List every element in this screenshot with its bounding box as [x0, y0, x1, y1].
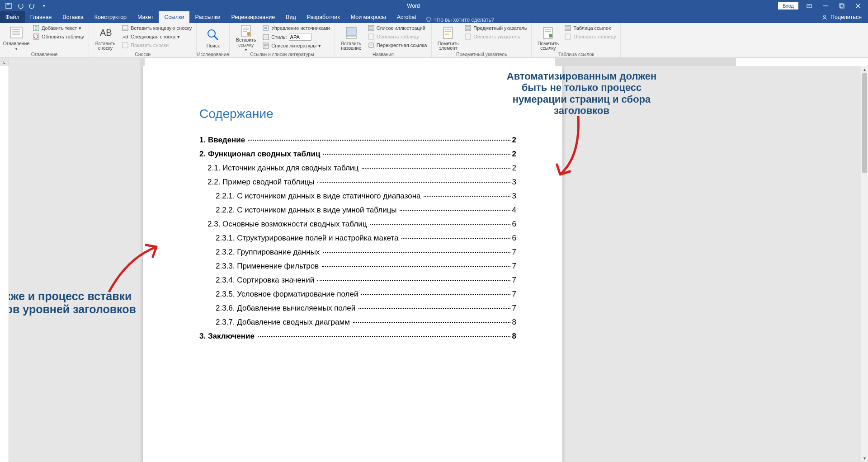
- svg-point-24: [247, 32, 250, 36]
- tab-ссылки[interactable]: Ссылки: [159, 11, 189, 23]
- table-of-figures-button[interactable]: Список иллюстраций: [367, 24, 428, 32]
- toc-entry[interactable]: 2. Функционал сводных таблиц2: [199, 150, 516, 159]
- tab-вставка[interactable]: Вставка: [57, 11, 89, 23]
- maximize-icon[interactable]: [834, 0, 850, 11]
- vertical-ruler[interactable]: [0, 66, 9, 462]
- toc-entry-text: 2.3. Основные возможности сводных таблиц: [208, 220, 369, 229]
- toc-leader-dots: [323, 252, 510, 253]
- caption-icon: [344, 26, 359, 40]
- redo-icon[interactable]: [27, 1, 37, 11]
- toc-entry-page: 7: [511, 290, 516, 299]
- svg-rect-5: [840, 5, 844, 8]
- add-text-button[interactable]: Добавить текст ▾: [32, 24, 85, 32]
- mark-index-entry-button[interactable]: Пометить элемент: [435, 24, 461, 52]
- toc-entry-text: 2. Функционал сводных таблиц: [199, 150, 322, 159]
- svg-point-37: [549, 34, 552, 38]
- toc-entry-text: 1. Введение: [199, 136, 247, 145]
- tab-мои макросы[interactable]: Мои макросы: [345, 11, 392, 23]
- toc-entry[interactable]: 1. Введение2: [199, 136, 516, 145]
- tab-макет[interactable]: Макет: [132, 11, 159, 23]
- toc-entry[interactable]: 2.3.5. Условное форматирование полей7: [199, 290, 516, 299]
- tab-конструктор[interactable]: Конструктор: [89, 11, 132, 23]
- toc-leader-dots: [322, 266, 510, 267]
- group-label-research: Исследование: [197, 52, 229, 57]
- toc-entry-page: 7: [511, 304, 516, 313]
- svg-rect-1: [7, 3, 9, 5]
- toc-entry[interactable]: 2.2.2. С источником данных в виде умной …: [199, 206, 516, 215]
- scroll-thumb[interactable]: [862, 73, 867, 173]
- citation-style-row[interactable]: Стиль:: [261, 33, 330, 41]
- smart-lookup-button[interactable]: Поиск: [200, 24, 226, 52]
- tab-главная[interactable]: Главная: [25, 11, 57, 23]
- insert-authorities-button[interactable]: Таблица ссылок: [563, 24, 617, 32]
- vertical-scrollbar[interactable]: ▲ ▼: [861, 66, 868, 462]
- tell-me-search[interactable]: Что вы хотите сделать?: [425, 17, 495, 23]
- next-footnote-button[interactable]: ABСледующая сноска ▾: [121, 33, 193, 41]
- toc-entry[interactable]: 2.3.7. Добавление сводных диаграмм8: [199, 318, 516, 327]
- svg-text:1: 1: [109, 27, 111, 31]
- show-footnotes-button: Показать сноски: [121, 41, 193, 49]
- toc-leader-dots: [400, 210, 510, 211]
- undo-icon[interactable]: [15, 1, 25, 11]
- login-button[interactable]: Вход: [778, 2, 798, 9]
- toc-entry[interactable]: 2.3.3. Применение фильтров7: [199, 262, 516, 271]
- svg-rect-39: [565, 34, 571, 39]
- toc-entry[interactable]: 2.3.6. Добавление вычисляемых полей7: [199, 304, 516, 313]
- save-icon[interactable]: [4, 1, 14, 11]
- svg-rect-25: [263, 26, 269, 30]
- bibliography-icon: [262, 42, 269, 49]
- toc-entry[interactable]: 2.3. Основные возможности сводных таблиц…: [199, 220, 516, 229]
- tab-рассылки[interactable]: Рассылки: [189, 11, 226, 23]
- qat-customize-icon[interactable]: ▾: [39, 1, 49, 11]
- document-page[interactable]: Содержание 1. Введение22. Функционал сво…: [143, 66, 562, 462]
- scroll-down-icon[interactable]: ▼: [861, 455, 868, 462]
- toc-entry-page: 3: [511, 178, 516, 187]
- toc-entry-page: 7: [511, 262, 516, 271]
- toc-entry-page: 8: [511, 318, 516, 327]
- toc-entry[interactable]: 2.2. Пример сводной таблицы3: [199, 178, 516, 187]
- update-toc-button[interactable]: Обновить таблицу: [32, 33, 85, 41]
- toc-entry-text: 2.3.1. Структурирование полей и настройк…: [216, 234, 401, 243]
- style-icon: [262, 33, 269, 41]
- mark-citation-button[interactable]: Пометить ссылку: [535, 24, 561, 52]
- toc-entry[interactable]: 3. Заключение8: [199, 332, 516, 341]
- ribbon-display-icon[interactable]: [801, 0, 817, 11]
- svg-rect-29: [346, 36, 356, 38]
- manage-sources-button[interactable]: Управление источниками: [261, 24, 330, 32]
- cross-reference-button[interactable]: Перекрестная ссылка: [367, 41, 428, 49]
- toc-entry[interactable]: 2.3.1. Структурирование полей и настройк…: [199, 234, 516, 243]
- minimize-icon[interactable]: [817, 0, 834, 11]
- insert-citation-button[interactable]: Вставить ссылку▾: [233, 24, 259, 52]
- toc-entry[interactable]: 2.2.1. С источником данных в виде статич…: [199, 192, 516, 201]
- close-icon[interactable]: [850, 0, 866, 11]
- update-authorities-button: Обновить таблицу: [563, 33, 617, 41]
- toc-entry[interactable]: 2.1. Источник данных для сводных таблиц2: [199, 164, 516, 173]
- toc-icon: [9, 25, 24, 40]
- app-title: Word: [49, 3, 778, 9]
- tab-file[interactable]: Файл: [0, 11, 25, 23]
- toc-button[interactable]: Оглавление▾: [4, 24, 29, 52]
- toc-entry-text: 2.1. Источник данных для сводных таблиц: [208, 164, 361, 173]
- toc-entry-page: 3: [511, 192, 516, 201]
- insert-caption-button[interactable]: Вставить название: [339, 24, 364, 52]
- scroll-up-icon[interactable]: ▲: [861, 66, 868, 73]
- bibliography-button[interactable]: Список литературы ▾: [261, 42, 330, 50]
- horizontal-ruler[interactable]: L: [0, 58, 868, 66]
- toc-entry[interactable]: 2.3.2. Группирование данных7: [199, 248, 516, 257]
- insert-endnote-button[interactable]: Вставить концевую сноску: [121, 24, 193, 32]
- tab-рецензирование[interactable]: Рецензирование: [226, 11, 281, 23]
- mark-citation-icon: [541, 26, 555, 40]
- citation-style-select[interactable]: [289, 33, 311, 41]
- share-button[interactable]: Поделиться: [815, 11, 868, 23]
- tab-разработчик[interactable]: Разработчик: [302, 11, 345, 23]
- toc-leader-dots: [317, 280, 510, 281]
- group-label-authorities: Таблица ссылок: [532, 52, 620, 57]
- insert-index-button[interactable]: Предметный указатель: [463, 24, 528, 32]
- insert-footnote-button[interactable]: AB1 Вставить сноску: [93, 24, 118, 52]
- toc-entry-page: 8: [511, 332, 516, 341]
- refresh-icon: [564, 33, 571, 40]
- tab-acrobat[interactable]: Acrobat: [392, 11, 422, 23]
- toc-entry[interactable]: 2.3.4. Сортировка значений7: [199, 276, 516, 285]
- group-label-index: Предметный указатель: [432, 52, 531, 57]
- tab-вид[interactable]: Вид: [280, 11, 302, 23]
